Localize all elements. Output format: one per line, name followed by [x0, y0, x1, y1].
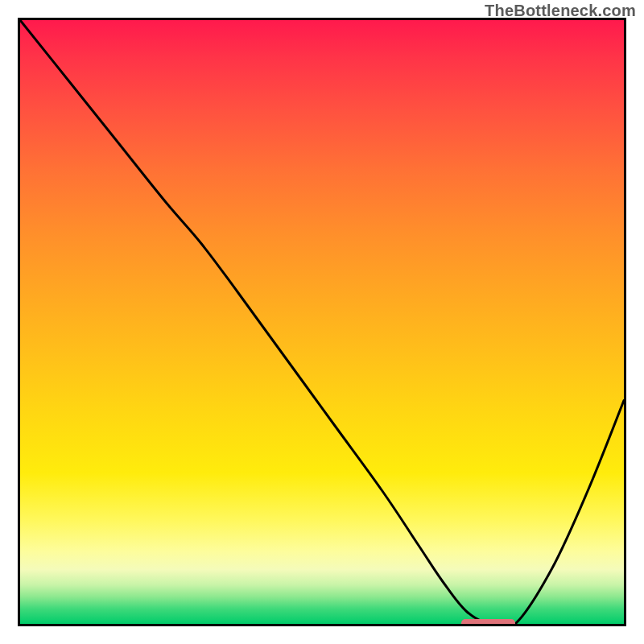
chart-container: TheBottleneck.com [0, 0, 644, 644]
bottleneck-curve [20, 20, 624, 624]
optimum-marker [461, 619, 516, 626]
plot-area [18, 18, 626, 626]
watermark-text: TheBottleneck.com [485, 2, 636, 20]
